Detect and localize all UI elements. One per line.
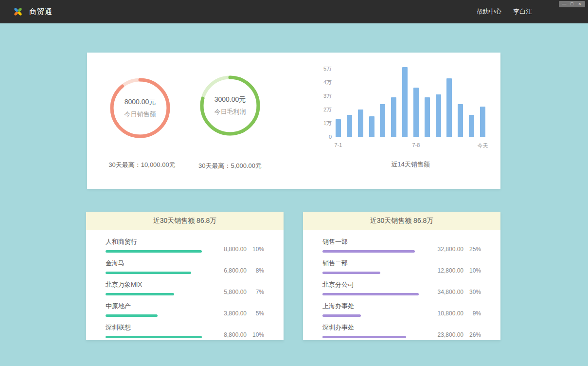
row-left: 上海办事处: [322, 302, 419, 317]
bar: [425, 97, 430, 137]
bar: [413, 88, 419, 137]
row-stats: 5,800.00 7%: [207, 289, 264, 295]
row-progress-fill: [106, 272, 191, 274]
row-progress-fill: [106, 336, 202, 338]
row-amount: 8,800.00: [207, 331, 247, 338]
department-rows: 销售一部 32,800.00 25% 销售二部 12,800.00 10% 北京…: [303, 230, 500, 338]
row-stats: 3,800.00 5%: [207, 310, 264, 317]
row-progress-bar: [106, 314, 202, 317]
list-item: 人和商贸行 8,800.00 10%: [106, 238, 264, 253]
row-name: 金海马: [106, 259, 202, 268]
row-progress-bar: [106, 250, 202, 253]
bar: [446, 78, 452, 137]
row-percent: 10%: [247, 331, 264, 338]
row-amount: 6,800.00: [207, 267, 247, 274]
row-progress-bar: [322, 250, 419, 253]
row-left: 中原地产: [106, 302, 202, 317]
list-item: 深圳办事处 23,800.00 26%: [322, 323, 481, 338]
row-left: 销售二部: [322, 259, 419, 274]
x-tick-label: 7-8: [412, 142, 420, 148]
bar: [458, 104, 463, 137]
row-left: 北京万象MIX: [106, 280, 202, 295]
row-progress-fill: [322, 293, 419, 295]
y-tick-label: 2万: [311, 106, 332, 113]
y-tick-label: 5万: [311, 65, 332, 73]
row-amount: 12,800.00: [424, 267, 463, 274]
customer-panel-title: 近30天销售额 86.8万: [86, 212, 284, 230]
bar: [402, 67, 408, 137]
list-item: 北京分公司 34,800.00 30%: [322, 280, 481, 295]
sales-14d-chart: 5万4万3万2万1万0 7-17-8今天 近14天销售额: [311, 69, 489, 169]
row-stats: 6,800.00 8%: [207, 267, 264, 274]
row-percent: 26%: [463, 331, 481, 338]
row-name: 深圳办事处: [322, 323, 419, 332]
row-left: 深圳联想: [106, 323, 202, 338]
list-item: 金海马 6,800.00 8%: [106, 259, 264, 274]
row-percent: 10%: [463, 267, 481, 274]
row-name: 上海办事处: [322, 302, 419, 311]
list-item: 上海办事处 10,800.00 9%: [322, 302, 481, 317]
row-stats: 32,800.00 25%: [424, 246, 481, 253]
row-progress-fill: [322, 314, 361, 317]
row-amount: 32,800.00: [424, 246, 463, 253]
department-panel-title: 近30天销售额 86.8万: [303, 212, 500, 230]
app-title: 商贸通: [29, 7, 53, 17]
row-amount: 10,800.00: [424, 310, 463, 317]
y-tick-label: 3万: [311, 92, 332, 100]
titlebar-nav: 帮助中心 李白江: [476, 0, 532, 23]
today-profit-value: 3000.00元: [214, 95, 246, 104]
row-name: 中原地产: [106, 302, 202, 311]
y-tick-label: 1万: [311, 120, 332, 127]
today-profit-ring: 3000.00元 今日毛利润: [197, 73, 263, 138]
y-tick-label: 4万: [311, 79, 332, 86]
row-name: 深圳联想: [106, 323, 202, 332]
list-item: 销售二部 12,800.00 10%: [322, 259, 481, 274]
help-center-link[interactable]: 帮助中心: [476, 7, 501, 16]
row-progress-bar: [106, 293, 202, 295]
bar: [358, 110, 363, 137]
bar: [391, 97, 396, 137]
row-stats: 34,800.00 30%: [424, 289, 481, 295]
row-progress-bar: [322, 272, 419, 274]
today-sales-ring: 8000.00元 今日销售额: [107, 75, 173, 141]
row-stats: 23,800.00 26%: [424, 331, 481, 338]
row-amount: 34,800.00: [424, 289, 463, 295]
list-item: 北京万象MIX 5,800.00 7%: [106, 280, 264, 295]
row-stats: 8,800.00 10%: [207, 246, 264, 253]
row-percent: 5%: [247, 310, 264, 317]
row-progress-fill: [106, 293, 174, 295]
row-percent: 7%: [247, 289, 264, 295]
bar: [380, 104, 385, 137]
row-percent: 10%: [247, 246, 264, 253]
row-percent: 9%: [463, 310, 481, 317]
bar: [480, 107, 485, 137]
maximize-icon[interactable]: □: [569, 1, 575, 7]
list-item: 深圳联想 8,800.00 10%: [106, 323, 264, 338]
row-progress-bar: [322, 293, 419, 295]
row-percent: 25%: [463, 246, 481, 253]
x-tick-label: 7-1: [335, 142, 342, 148]
row-progress-bar: [106, 336, 202, 338]
row-progress-fill: [106, 314, 158, 317]
ring-center-text: 8000.00元 今日销售额: [107, 75, 173, 141]
today-sales-value: 8000.00元: [125, 98, 156, 107]
row-stats: 12,800.00 10%: [424, 267, 481, 274]
row-percent: 8%: [247, 267, 264, 274]
close-icon[interactable]: ×: [576, 1, 583, 7]
chart-grid: 5万4万3万2万1万0: [336, 69, 485, 137]
row-progress-bar: [322, 336, 419, 338]
row-name: 人和商贸行: [106, 238, 202, 246]
row-left: 人和商贸行: [106, 238, 202, 253]
department-sales-panel: 近30天销售额 86.8万 销售一部 32,800.00 25% 销售二部 12…: [303, 212, 500, 340]
user-name-link[interactable]: 李白江: [513, 7, 532, 16]
titlebar: 商贸通 帮助中心 李白江 — □ ×: [0, 0, 588, 23]
minimize-icon[interactable]: —: [561, 1, 568, 7]
x-axis: 7-17-8今天: [336, 137, 485, 147]
row-progress-bar: [322, 314, 419, 317]
row-amount: 8,800.00: [207, 246, 247, 253]
bar: [436, 94, 441, 137]
today-profit-label: 今日毛利润: [214, 108, 246, 116]
row-name: 销售一部: [322, 238, 419, 246]
customer-sales-panel: 近30天销售额 86.8万 人和商贸行 8,800.00 10% 金海马 6,8…: [86, 212, 284, 340]
row-left: 深圳办事处: [322, 323, 419, 338]
